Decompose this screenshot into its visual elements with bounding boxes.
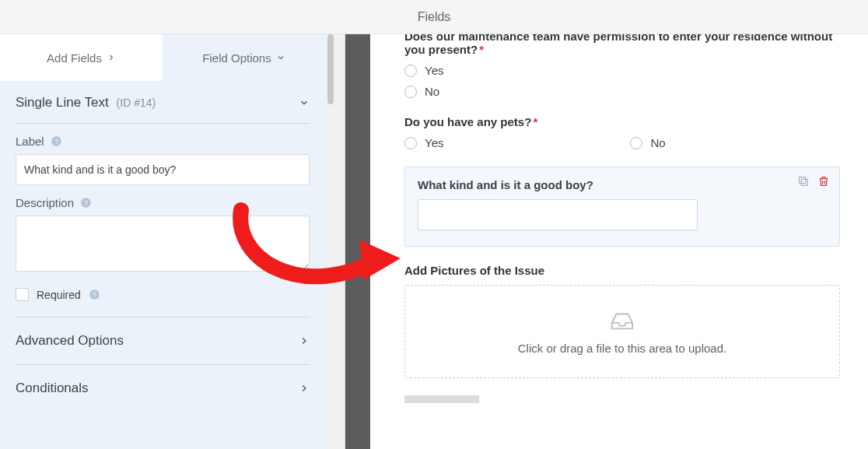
trash-icon[interactable] [817, 175, 830, 188]
page-title: Fields [418, 10, 451, 24]
svg-text:?: ? [54, 138, 58, 146]
radio-icon [404, 86, 417, 98]
field-type-title: Single Line Text [16, 95, 109, 110]
required-asterisk: * [479, 43, 484, 56]
left-column: Add Fields Field Options Single Line Tex… [0, 34, 345, 449]
tab-add-fields[interactable]: Add Fields [0, 34, 163, 81]
chevron-right-icon [299, 383, 310, 394]
field-label: Add Pictures of the Issue [404, 264, 840, 277]
radio-yes[interactable]: Yes [404, 64, 840, 77]
tab-label: Add Fields [47, 51, 102, 65]
preview-field-upload[interactable]: Add Pictures of the Issue Click or drag … [404, 264, 840, 378]
form-preview: Does our maintenance team have permissio… [370, 34, 868, 449]
label-input[interactable] [16, 154, 310, 185]
upload-dropzone[interactable]: Click or drag a file to this area to upl… [404, 285, 840, 378]
field-label: What kind and is it a good boy? [418, 178, 827, 191]
description-input[interactable] [16, 216, 310, 272]
svg-rect-7 [800, 177, 806, 184]
layout: Add Fields Field Options Single Line Tex… [0, 34, 868, 449]
chevron-down-icon [299, 97, 310, 108]
preview-field-permission[interactable]: Does our maintenance team have permissio… [404, 34, 840, 98]
radio-group: Yes No [404, 136, 840, 149]
field-label: Do you have any pets?* [404, 115, 840, 128]
field-label: Does our maintenance team have permissio… [404, 34, 840, 56]
help-icon[interactable]: ? [51, 135, 62, 147]
label-label: Label ? [16, 135, 310, 148]
text-input-preview[interactable] [418, 199, 698, 230]
tab-field-options[interactable]: Field Options [163, 34, 325, 81]
radio-icon [630, 137, 642, 149]
radio-icon [404, 137, 417, 149]
required-checkbox[interactable] [16, 288, 29, 301]
description-label: Description ? [16, 196, 310, 209]
description-row: Description ? [0, 185, 325, 274]
chevron-down-icon [276, 53, 285, 62]
chevron-right-icon [107, 53, 116, 62]
required-label: Required [37, 289, 81, 301]
divider-strip [345, 34, 370, 449]
svg-text:?: ? [93, 291, 96, 299]
field-id: (ID #14) [117, 96, 156, 109]
required-asterisk: * [533, 115, 537, 128]
inbox-icon [609, 309, 635, 332]
radio-yes[interactable]: Yes [404, 136, 443, 149]
svg-text:?: ? [84, 199, 88, 207]
required-row: Required ? [0, 274, 325, 317]
scrollbar-thumb[interactable] [327, 34, 334, 104]
chevron-right-icon [299, 335, 310, 346]
conditionals-accordion[interactable]: Conditionals [0, 365, 325, 402]
top-bar: Fields [0, 0, 868, 34]
duplicate-icon[interactable] [797, 175, 810, 188]
preview-field-selected[interactable]: What kind and is it a good boy? [404, 167, 840, 247]
radio-group: Yes No [404, 64, 840, 98]
help-icon[interactable]: ? [80, 197, 92, 209]
options-panel: Add Fields Field Options Single Line Tex… [0, 34, 325, 449]
preview-field-pets[interactable]: Do you have any pets?* Yes No [404, 115, 840, 149]
tab-label: Field Options [202, 51, 271, 65]
cutoff-element [404, 395, 479, 403]
help-icon[interactable]: ? [89, 289, 100, 300]
svg-rect-6 [801, 179, 807, 185]
field-type-section: Single Line Text (ID #14) [0, 81, 325, 124]
advanced-options-accordion[interactable]: Advanced Options [0, 317, 325, 364]
radio-no[interactable]: No [404, 85, 840, 98]
radio-icon [404, 65, 417, 77]
radio-no[interactable]: No [630, 136, 665, 149]
upload-hint: Click or drag a file to this area to upl… [518, 342, 726, 355]
panel-tabs: Add Fields Field Options [0, 34, 325, 81]
panel-scrollbar[interactable] [325, 34, 345, 449]
section-header[interactable]: Single Line Text (ID #14) [16, 95, 310, 124]
label-row: Label ? [0, 124, 325, 185]
field-tools [797, 175, 830, 188]
